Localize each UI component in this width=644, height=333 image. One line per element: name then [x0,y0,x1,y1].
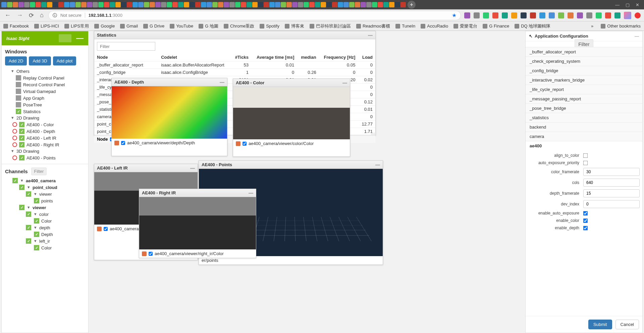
tab-favicon[interactable] [104,2,109,7]
tab-favicon[interactable] [212,2,218,7]
channel-checkbox[interactable] [104,227,108,231]
check-icon[interactable] [26,225,31,230]
remove-icon[interactable] [12,129,17,134]
min-window-icon[interactable]: — [615,2,620,7]
bookmark-item[interactable]: 巴菲特班新討論區 [310,23,351,29]
config-node-item[interactable]: _config_bridge [526,66,642,75]
tab-favicon[interactable] [36,2,41,7]
tab-favicon[interactable] [338,2,343,7]
extension-icon[interactable] [502,12,508,18]
bookmark-item[interactable]: Facebook [3,23,29,29]
tab-favicon[interactable] [93,2,98,7]
info-icon[interactable]: ⓘ [53,12,57,18]
config-checkbox[interactable] [583,153,588,158]
channels-filter-button[interactable]: Filter [31,168,47,175]
bookmark-item[interactable]: LIPS-HCI [34,23,59,29]
config-checkbox[interactable] [583,160,588,165]
tab-favicon[interactable] [13,2,18,7]
remove-icon[interactable] [12,136,17,140]
extension-icon[interactable] [605,12,611,18]
extension-icon[interactable] [596,12,602,18]
extension-icon[interactable] [549,12,555,18]
extension-icon[interactable] [511,12,517,18]
ch-points[interactable]: points [4,197,86,204]
tab-favicon[interactable] [224,2,229,7]
bookmark-item[interactable]: TuneIn [395,23,415,29]
tree-item-statistics[interactable]: Statistics [4,108,86,115]
tab-favicon[interactable] [132,2,138,7]
bookmark-item[interactable]: Spotify [260,23,279,29]
tree-item-color[interactable]: AE400 - Color [4,121,86,128]
ch-ae400[interactable]: ▾ae400_camera [4,177,86,184]
stats-col-header[interactable]: median [297,53,319,61]
tab-favicon[interactable] [355,2,360,7]
tab-favicon[interactable] [207,2,212,7]
panel-header[interactable]: AE400 - Color— [233,79,350,87]
tree-group-2d[interactable]: ▾2D Drawing [4,115,86,121]
check-icon[interactable] [34,198,39,203]
edit-icon[interactable] [236,141,240,146]
tab-favicon[interactable] [190,2,195,7]
minimize-icon[interactable]: — [342,80,347,86]
tree-group-3d[interactable]: ▾3D Drawing [4,148,86,154]
tab-favicon[interactable] [304,2,309,7]
ch-viewer[interactable]: ▾viewer [4,204,86,211]
bookmark-item[interactable]: 博客來 [285,23,304,29]
panel-header[interactable]: AE400 - Depth— [112,78,227,86]
check-icon[interactable] [34,218,39,224]
tab-favicon[interactable] [75,2,81,7]
tab-favicon[interactable] [218,2,223,7]
tab-favicon[interactable] [241,2,246,7]
check-icon[interactable] [19,155,24,160]
config-checkbox[interactable] [583,211,588,216]
channel-checkbox[interactable] [121,141,125,145]
tab-favicon[interactable] [201,2,206,7]
minimize-icon[interactable]: — [368,33,373,38]
check-icon[interactable] [19,129,24,134]
tab-favicon[interactable] [127,2,132,7]
bookmark-item[interactable]: G 地圖 [199,23,218,29]
tab-favicon[interactable] [64,2,69,7]
reload-button[interactable]: ⟳ [28,12,35,19]
tab-favicon[interactable] [144,2,149,7]
bookmark-item[interactable]: YouTube [170,23,193,29]
tab-favicon[interactable] [7,2,12,7]
stats-col-header[interactable]: Average time [ms] [251,53,297,61]
config-node-item[interactable]: backend [526,122,642,132]
tab-favicon[interactable] [292,2,298,7]
tab-favicon[interactable] [58,2,64,7]
tab-favicon[interactable] [30,2,35,7]
stats-col-header[interactable]: #Ticks [231,53,251,61]
check-icon[interactable] [26,211,31,217]
color-panel[interactable]: AE400 - Color— ae400_camera/viewer/color… [233,79,350,157]
submit-button[interactable]: Submit [588,320,612,329]
stats-col-header[interactable]: Load [358,53,375,61]
stats-col-header[interactable]: Node [94,53,158,61]
tab-favicon[interactable] [235,2,240,7]
profile-avatar[interactable] [624,12,631,19]
check-icon[interactable] [12,178,18,183]
stats-col-header[interactable]: Codelet [158,53,231,61]
remove-icon[interactable] [12,142,17,147]
tab-favicon[interactable] [195,2,201,7]
tree-item-record[interactable]: Record Control Panel [4,81,86,88]
check-icon[interactable] [19,205,24,210]
edit-icon[interactable] [142,251,147,256]
new-tab-button[interactable]: + [408,1,416,9]
config-node-item[interactable]: _pose_tree_bridge [526,103,642,113]
stats-filter-input[interactable] [97,42,155,51]
cancel-button[interactable]: Cancel [615,320,639,329]
toggle-icon[interactable] [16,102,21,107]
tree-item-leftir[interactable]: AE400 - Left IR [4,135,86,141]
toggle-icon[interactable] [16,75,21,81]
tab-favicon[interactable] [229,2,235,7]
panel-header[interactable]: AE400 - Left IR— [94,164,198,172]
tab-favicon[interactable] [247,2,252,7]
tree-item-posetree[interactable]: PoseTree [4,101,86,108]
add-2d-button[interactable]: Add 2D [5,56,27,65]
tab-favicon[interactable] [18,2,24,7]
config-node-item[interactable]: _statistics [526,113,642,122]
config-node-item[interactable]: _interactive_markers_bridge [526,75,642,85]
tree-item-points[interactable]: AE400 - Points [4,154,86,161]
tab-favicon[interactable] [343,2,349,7]
